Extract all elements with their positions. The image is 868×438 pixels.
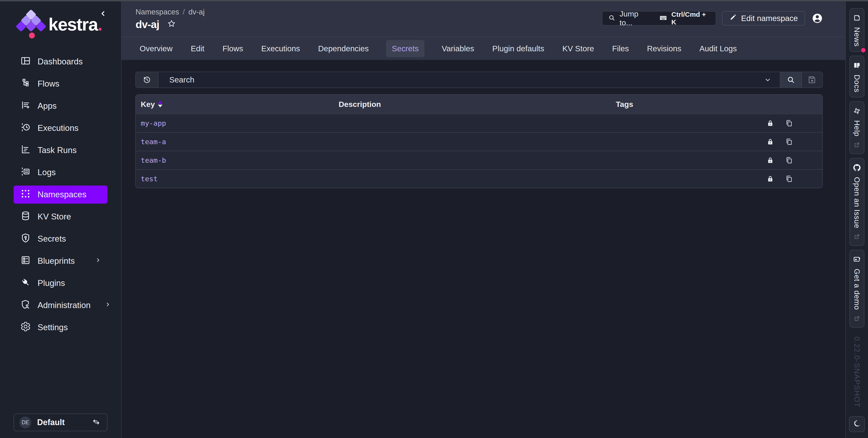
kestra-logo[interactable]: kestra. <box>18 10 102 39</box>
chevron-right-icon <box>104 301 111 310</box>
table-row: test <box>136 169 822 188</box>
secret-key: team-a <box>136 138 235 146</box>
tab-dependencies[interactable]: Dependencies <box>317 40 370 57</box>
lock-icon[interactable] <box>766 119 774 127</box>
plugins-icon <box>20 277 31 290</box>
column-header-key[interactable]: Key <box>141 100 155 109</box>
tab-secrets[interactable]: Secrets <box>386 40 425 57</box>
table-row: team-b <box>136 151 822 169</box>
copy-icon[interactable] <box>785 137 793 146</box>
sidebar-collapse-icon[interactable] <box>98 9 107 19</box>
flows-icon <box>20 78 31 90</box>
topbar: Namespaces / dv-aj dv-aj Jump to... Ctrl… <box>122 0 845 37</box>
search-bar: Search <box>135 72 823 88</box>
lock-icon[interactable] <box>766 156 774 164</box>
tab-overview[interactable]: Overview <box>139 40 174 57</box>
keyboard-icon <box>659 14 667 23</box>
copy-icon[interactable] <box>785 156 793 165</box>
tenant-selector[interactable]: DE Default <box>13 413 107 431</box>
namespaces-icon <box>20 189 31 201</box>
tenant-name: Default <box>37 418 65 427</box>
sidebar-item-administration[interactable]: Administration <box>13 296 107 314</box>
search-input[interactable]: Search <box>158 72 780 88</box>
theme-toggle-button[interactable] <box>849 416 865 432</box>
secrets-table: Key Description Tags my-app <box>135 94 823 188</box>
table-row: my-app <box>136 114 822 132</box>
chevron-right-icon <box>94 256 102 266</box>
tab-executions[interactable]: Executions <box>260 40 301 57</box>
sidebar-nav: Dashboards Flows Apps Executions Task Ru… <box>0 48 121 337</box>
logs-icon <box>20 166 31 179</box>
user-account-icon[interactable] <box>811 12 824 25</box>
sidebar-item-task-runs[interactable]: Task Runs <box>13 141 107 159</box>
sidebar-item-kv-store[interactable]: KV Store <box>13 208 107 226</box>
tab-edit[interactable]: Edit <box>190 40 205 57</box>
sidebar-item-blueprints[interactable]: Blueprints <box>13 252 107 270</box>
search-history-button[interactable] <box>136 72 158 88</box>
tab-kv-store[interactable]: KV Store <box>561 40 595 57</box>
column-header-description[interactable]: Description <box>235 100 484 109</box>
version-label: 0.22.0-SNAPSHOT <box>852 337 861 407</box>
help-button[interactable]: Help <box>849 101 864 154</box>
tab-plugin-defaults[interactable]: Plugin defaults <box>492 40 545 57</box>
open-issue-button[interactable]: Open an Issue <box>849 158 864 246</box>
sidebar-item-secrets[interactable]: Secrets <box>13 230 107 248</box>
sidebar-item-flows[interactable]: Flows <box>13 75 107 93</box>
edit-namespace-button[interactable]: Edit namespace <box>722 11 805 26</box>
column-header-tags[interactable]: Tags <box>484 100 765 109</box>
sidebar-item-plugins[interactable]: Plugins <box>13 274 107 292</box>
logo-row: kestra. <box>0 0 121 48</box>
secrets-icon <box>20 233 31 245</box>
tab-revisions[interactable]: Revisions <box>646 40 682 57</box>
slack-icon <box>852 107 861 116</box>
table-row: team-a <box>136 132 822 151</box>
tab-files[interactable]: Files <box>611 40 630 57</box>
sidebar-item-executions[interactable]: Executions <box>13 119 107 137</box>
task-runs-icon <box>20 144 31 157</box>
lock-icon[interactable] <box>766 138 774 146</box>
news-badge <box>860 47 866 53</box>
jump-to-shortcut: Ctrl/Cmd + K <box>671 11 710 26</box>
copy-icon[interactable] <box>785 174 793 183</box>
star-favorite-icon[interactable] <box>167 19 176 29</box>
github-icon <box>852 163 861 173</box>
external-link-icon <box>854 233 860 241</box>
breadcrumb-namespaces-link[interactable]: Namespaces <box>135 8 179 16</box>
dashboards-icon <box>20 56 31 68</box>
kestra-logo-text: kestra. <box>49 10 102 39</box>
sidebar-item-namespaces[interactable]: Namespaces <box>13 186 107 204</box>
right-rail: News Docs Help Open an Issue Get a demo … <box>845 0 868 438</box>
swap-horizontal-icon <box>92 417 101 427</box>
sidebar-item-dashboards[interactable]: Dashboards <box>13 53 107 71</box>
news-button[interactable]: News <box>849 8 864 52</box>
docs-icon <box>852 61 861 70</box>
sidebar-item-settings[interactable]: Settings <box>13 318 107 337</box>
external-link-icon <box>854 315 860 323</box>
pencil-icon <box>729 14 737 23</box>
secret-key: team-b <box>136 156 235 164</box>
docs-button[interactable]: Docs <box>849 56 864 97</box>
table-header: Key Description Tags <box>136 95 822 114</box>
main-area: Namespaces / dv-aj dv-aj Jump to... Ctrl… <box>122 0 845 438</box>
secret-key: my-app <box>136 119 235 127</box>
breadcrumb-current[interactable]: dv-aj <box>188 8 205 16</box>
executions-icon <box>20 122 31 134</box>
external-link-icon <box>854 141 860 149</box>
apps-icon <box>20 100 31 112</box>
search-submit-button[interactable] <box>780 72 802 88</box>
sidebar-item-logs[interactable]: Logs <box>13 163 107 181</box>
get-demo-button[interactable]: Get a demo <box>849 250 864 328</box>
tab-flows[interactable]: Flows <box>221 40 244 57</box>
lock-icon[interactable] <box>766 175 774 183</box>
save-filter-button[interactable] <box>802 72 822 88</box>
kestra-app: kestra. Dashboards Flows Apps Executions <box>0 0 868 438</box>
tab-audit-logs[interactable]: Audit Logs <box>699 40 738 57</box>
copy-icon[interactable] <box>785 119 793 128</box>
search-placeholder: Search <box>169 75 759 84</box>
sidebar-item-apps[interactable]: Apps <box>13 97 107 115</box>
sort-toggle[interactable] <box>158 101 162 107</box>
jump-to-search[interactable]: Jump to... Ctrl/Cmd + K <box>602 11 716 26</box>
chevron-down-icon[interactable] <box>764 75 772 84</box>
tab-variables[interactable]: Variables <box>441 40 475 57</box>
moon-icon <box>852 419 862 429</box>
